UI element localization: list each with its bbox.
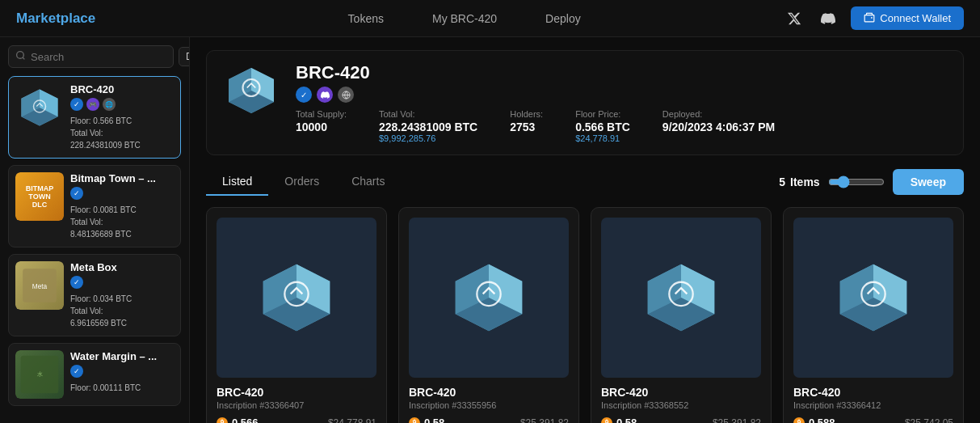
- sidebar-item-water-margin[interactable]: 水 Water Margin – ... Floor: 0.00111 BTC: [8, 343, 181, 406]
- discord-icon[interactable]: [817, 7, 839, 30]
- svg-text:Meta: Meta: [32, 282, 48, 290]
- connect-wallet-button[interactable]: Connect Wallet: [851, 6, 964, 30]
- search-icon: [15, 50, 26, 63]
- search-bar: [8, 45, 174, 68]
- sidebar-watermargin-stats: Floor: 0.00111 BTC: [70, 382, 174, 394]
- sidebar-item-brc420[interactable]: BRC-420 🎮 🌐 Floor: 0.566 BTC Total Vol: …: [8, 76, 181, 159]
- nft-card-2-price-left: ₿ 0.58: [409, 417, 444, 423]
- sidebar-metabox-icons: [70, 276, 174, 289]
- collection-discord-icon[interactable]: [317, 87, 333, 103]
- sidebar-bitmap-info: Bitmap Town – ... Floor: 0.0081 BTC Tota…: [70, 172, 174, 240]
- sidebar-item-meta-box[interactable]: Meta Meta Box Floor: 0.034 BTC Total Vol…: [8, 254, 181, 336]
- search-row: Default ▾: [8, 45, 181, 68]
- main-layout: Default ▾: [0, 37, 980, 423]
- nft-card-1-price-row: ₿ 0.566 $24,778.91: [217, 417, 376, 423]
- nft-card-4-usd: $25,742.05: [905, 417, 953, 424]
- nft-card-4-price-row: ₿ 0.588 $25,742.05: [793, 417, 953, 423]
- sidebar: Default ▾: [0, 37, 190, 423]
- nft-card-1-inscription: Inscription #33366407: [217, 400, 376, 410]
- nft-card-1-img: [217, 218, 376, 378]
- nft-card-1[interactable]: BRC-420 Inscription #33366407 ₿ 0.566 $2…: [206, 207, 387, 423]
- nft-card-4-price-left: ₿ 0.588: [793, 417, 835, 423]
- main-nav: Tokens My BRC-420 Deploy: [145, 12, 783, 25]
- nav-tokens[interactable]: Tokens: [348, 12, 384, 25]
- nft-card-1-price-left: ₿ 0.566: [217, 417, 259, 423]
- svg-text:水: 水: [37, 371, 43, 377]
- wallet-icon: [864, 11, 875, 25]
- nav-deploy[interactable]: Deploy: [545, 12, 581, 25]
- tab-charts[interactable]: Charts: [335, 168, 401, 196]
- collection-globe-icon[interactable]: [338, 87, 354, 103]
- nav-my-brc420[interactable]: My BRC-420: [432, 12, 497, 25]
- nft-card-3-btc: 0.58: [616, 417, 637, 423]
- twitter-icon[interactable]: [783, 7, 805, 30]
- nft-card-1-name: BRC-420: [217, 386, 376, 399]
- sidebar-brc420-icons: 🎮 🌐: [70, 98, 174, 111]
- nft-card-4-img: [793, 218, 953, 378]
- items-range-slider[interactable]: [828, 176, 885, 188]
- sidebar-brc420-stats: Floor: 0.566 BTC Total Vol: 228.24381009…: [70, 115, 174, 151]
- nft-card-2-price-row: ₿ 0.58 $25,391.82: [409, 417, 569, 423]
- btc-icon-2: ₿: [409, 417, 420, 424]
- nft-card-3-img: [601, 218, 761, 378]
- sweep-button[interactable]: Sweep: [893, 169, 964, 195]
- nft-card-2-inscription: Inscription #33355956: [409, 400, 569, 410]
- tag-icon-bitmap: [70, 187, 83, 200]
- nft-card-4-btc: 0.588: [809, 417, 835, 423]
- sidebar-bitmap-img: BITMAPTOWNDLC: [15, 172, 64, 221]
- items-label: Items: [790, 176, 820, 188]
- stat-total-vol: Total Vol: 228.24381009 BTC $9,992,285.7…: [379, 109, 477, 143]
- nft-card-2-btc: 0.58: [424, 417, 444, 423]
- main-content: BRC-420 ✓ Total Supply: 10000: [190, 37, 980, 423]
- tabs-row: Listed Orders Charts 5 Items Sweep: [206, 168, 964, 196]
- nft-card-3-inscription: Inscription #33368552: [601, 400, 761, 410]
- sidebar-brc420-name: BRC-420: [70, 83, 174, 95]
- btc-icon-3: ₿: [601, 417, 612, 424]
- btc-icon-4: ₿: [793, 417, 805, 424]
- stat-total-supply: Total Supply: 10000: [296, 109, 347, 143]
- nft-card-4[interactable]: BRC-420 Inscription #33366412 ₿ 0.588 $2…: [783, 207, 964, 423]
- nft-grid: BRC-420 Inscription #33366407 ₿ 0.566 $2…: [206, 207, 964, 423]
- nft-card-3[interactable]: BRC-420 Inscription #33368552 ₿ 0.58 $25…: [591, 207, 772, 423]
- collection-icons: ✓: [296, 87, 947, 103]
- search-input[interactable]: [31, 51, 166, 63]
- items-number: 5: [779, 176, 785, 188]
- sort-button[interactable]: Default ▾: [179, 47, 190, 66]
- tab-orders[interactable]: Orders: [268, 168, 335, 196]
- nft-card-2[interactable]: BRC-420 Inscription #33355956 ₿ 0.58 $25…: [398, 207, 579, 423]
- collection-title: BRC-420: [296, 62, 947, 83]
- collection-verify-icon: ✓: [296, 87, 312, 103]
- stat-deployed: Deployed: 9/20/2023 4:06:37 PM: [662, 109, 775, 143]
- stat-floor-price: Floor Price: 0.566 BTC $24,778.91: [575, 109, 630, 143]
- tag-icon-metabox: [70, 276, 83, 289]
- nft-card-3-price-left: ₿ 0.58: [601, 417, 637, 423]
- sidebar-metabox-info: Meta Box Floor: 0.034 BTC Total Vol: 6.9…: [70, 261, 174, 329]
- items-count-display: 5 Items: [779, 176, 819, 188]
- sidebar-watermargin-name: Water Margin – ...: [70, 350, 174, 362]
- sidebar-watermargin-img: 水: [15, 350, 64, 399]
- header-right: Connect Wallet: [783, 6, 964, 30]
- connect-wallet-label: Connect Wallet: [880, 12, 951, 24]
- sidebar-bitmap-icons: [70, 187, 174, 200]
- stat-holders: Holders: 2753: [510, 109, 543, 143]
- nft-card-3-price-row: ₿ 0.58 $25,391.82: [601, 417, 761, 423]
- sidebar-metabox-name: Meta Box: [70, 261, 174, 273]
- tag-icon-purple: 🎮: [86, 98, 99, 111]
- sidebar-bitmap-name: Bitmap Town – ...: [70, 172, 174, 184]
- tag-icon-watermargin: [70, 365, 83, 378]
- sidebar-metabox-img: Meta: [15, 261, 64, 310]
- sidebar-watermargin-info: Water Margin – ... Floor: 0.00111 BTC: [70, 350, 174, 394]
- sidebar-item-bitmap-town[interactable]: BITMAPTOWNDLC Bitmap Town – ... Floor: 0…: [8, 165, 181, 247]
- nft-card-2-img: [409, 218, 569, 378]
- sidebar-brc420-img: [15, 83, 64, 132]
- nft-card-4-name: BRC-420: [793, 386, 953, 399]
- nft-card-1-btc: 0.566: [232, 417, 259, 423]
- brand-logo[interactable]: Marketplace: [16, 11, 145, 27]
- tag-icon-globe: 🌐: [103, 98, 116, 111]
- watermargin-placeholder: 水: [15, 350, 64, 399]
- tag-icon-blue: [70, 98, 83, 111]
- nft-card-2-usd: $25,391.82: [520, 417, 569, 424]
- collection-header: BRC-420 ✓ Total Supply: 10000: [206, 50, 964, 155]
- tab-listed[interactable]: Listed: [206, 168, 268, 196]
- collection-image: [223, 62, 280, 119]
